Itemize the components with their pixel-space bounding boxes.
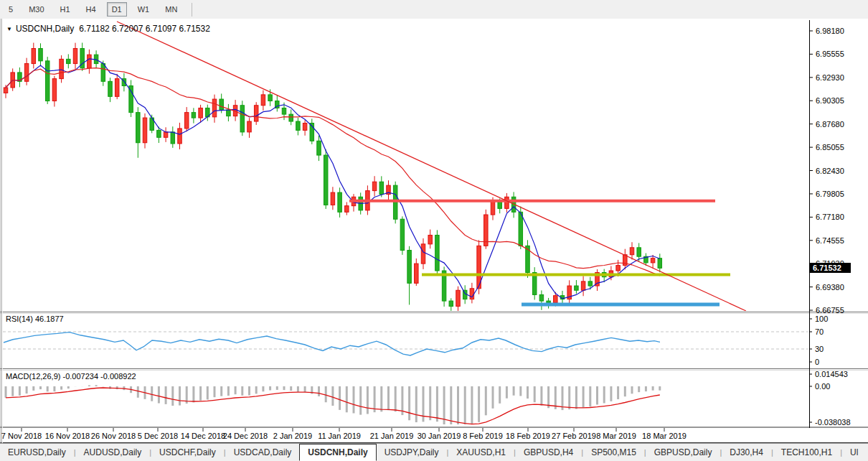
timeframe-button-w1[interactable]: W1 [133,2,155,17]
candle-body [400,219,405,250]
candle-body [73,49,77,64]
rsi-axis-label: 70 [815,327,824,336]
symbol-tabbar: EURUSD,Daily|AUDUSD,Daily|USDCHF,Daily|U… [0,443,868,461]
candle-body [407,251,412,284]
timeframe-button-mn[interactable]: MN [160,2,182,17]
price-axis-label: 6.90305 [816,96,844,105]
symbol-tab-gbpusd-h4[interactable]: GBPUSD,H4 [516,444,581,461]
candle-body [449,301,453,306]
candle-body [456,290,461,306]
candle-body [171,132,175,144]
candle-body [24,64,29,82]
candle-body [52,79,57,101]
candle-body [581,281,585,290]
candle-body [547,301,551,302]
candle-body [630,248,634,255]
date-label: 30 Jan 2019 [418,432,461,440]
candle-body [136,113,141,143]
candle-body [32,49,36,64]
candle-body [331,192,335,205]
date-label: 2 Jan 2019 [273,432,312,440]
date-label: 14 Dec 2018 [181,432,225,440]
symbol-tab-xauusd-h1[interactable]: XAUUSD,H1 [448,444,514,461]
candle-body [415,264,419,283]
rsi-axis-label: 100 [815,315,828,323]
symbol-dropdown-icon[interactable]: ▼ [6,26,12,32]
symbol-tab-ul[interactable]: Ul [842,444,866,461]
timeframe-button-h4[interactable]: H4 [81,2,101,17]
candle-body [240,106,245,132]
candle-body [60,59,64,78]
rsi-axis-label: 30 [815,345,824,353]
timeframe-button-h1[interactable]: H1 [55,2,75,17]
candle-body [338,192,342,212]
candle-body [261,95,265,106]
candle-body [519,212,523,246]
price-axis-label: 6.77180 [816,213,844,221]
candle-body [484,215,489,246]
macd-axis-label: -0.038038 [815,418,851,427]
timeframe-button-d1[interactable]: D1 [107,2,127,17]
symbol-tab-usdcad-daily[interactable]: USDCAD,Daily [226,444,300,461]
candle-body [637,248,641,256]
candle-body [39,49,43,61]
date-label: 11 Jan 2019 [318,432,361,440]
candle-body [324,155,328,205]
candle-body [254,106,258,121]
candle-body [658,259,662,269]
date-label: 8 Mar 2019 [596,432,636,440]
symbol-tab-usdjpy-daily[interactable]: USDJPY,Daily [377,444,447,461]
price-axis-label: 6.74555 [816,236,844,245]
candle-body [220,99,224,110]
toolbar-separator [192,3,192,17]
symbol-tab-gbpusd-daily[interactable]: GBPUSD,Daily [646,444,720,461]
candle-body [67,59,71,63]
candle-body [505,197,509,208]
candle-body [247,121,252,132]
chart-ohlc-values: 6.71182 6.72007 6.71097 6.71532 [79,24,210,34]
candle-body [296,121,301,130]
candle-body [289,114,293,121]
date-label: 7 Nov 2018 [1,432,42,440]
price-axis-label: 6.92930 [816,73,844,82]
price-axis-label: 6.87680 [816,120,844,129]
candle-body [303,124,307,131]
candle-body [491,201,495,215]
candle-body [4,88,8,93]
timeframe-button-m30[interactable]: M30 [24,2,49,17]
candle-body [157,130,161,137]
symbol-tab-eurusd-daily[interactable]: EURUSD,Daily [0,444,74,461]
price-axis-label: 6.66755 [816,306,844,315]
symbol-tab-dj30-h4[interactable]: DJ30,H4 [722,444,771,461]
candle-body [575,286,579,290]
candle-body [164,132,168,137]
price-axis-label: 6.69380 [816,283,844,292]
candle-body [317,141,321,155]
price-axis-label: 6.79805 [816,190,844,198]
price-axis-label: 6.98180 [816,27,844,35]
candle-body [379,182,384,194]
date-label: 21 Jan 2019 [370,432,414,440]
date-label: 5 Dec 2018 [138,432,178,440]
price-axis-label: 6.85055 [816,143,844,152]
candle-body [428,235,433,243]
terminal-window: 5M30H1H4D1W1MN 6.981806.955556.929306.90… [0,0,868,461]
candle-body [498,201,502,208]
macd-axis-label: 0.014543 [815,370,848,378]
candle-body [192,113,196,118]
candle-body [101,64,105,82]
chart-symbol-label: USDCNH,Daily [16,24,74,34]
symbol-tab-sp500-m15[interactable]: SP500,M15 [583,444,644,461]
symbol-tab-usdchf-daily[interactable]: USDCHF,Daily [151,444,224,461]
date-label: 8 Feb 2019 [463,432,503,440]
candle-body [88,55,92,68]
symbol-tab-usdcnh-daily[interactable]: USDCNH,Daily [299,444,376,461]
symbol-tab-audusd-daily[interactable]: AUDUSD,Daily [76,444,150,461]
candle-body [651,259,655,263]
date-label: 24 Dec 2018 [223,432,268,440]
symbol-tab-tech100-h1[interactable]: TECH100,H1 [773,444,840,461]
timeframe-button-5[interactable]: 5 [4,2,18,17]
candle-body [212,99,217,117]
price-axis-label: 6.82430 [816,167,844,175]
rsi-axis-label: 0 [815,358,819,366]
